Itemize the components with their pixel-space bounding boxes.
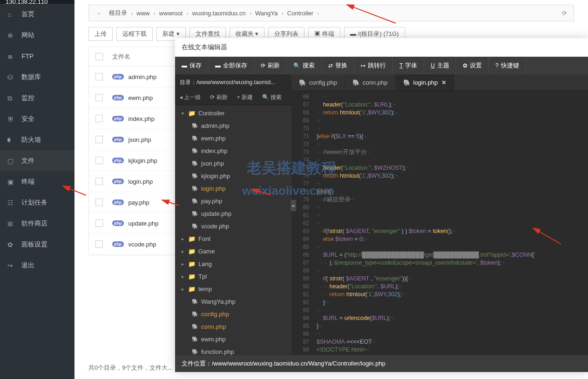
tree-file[interactable]: 🐘conn.php <box>175 320 291 333</box>
breadcrumb-item[interactable]: WangYa <box>252 10 280 17</box>
nav-item-shield[interactable]: ⛨安全 <box>0 108 74 129</box>
editor-shortcuts-button[interactable]: ?快捷键 <box>489 57 526 74</box>
file-checkbox[interactable] <box>95 199 103 206</box>
editor-tab[interactable]: 🐘config.php <box>291 74 345 91</box>
nav-label: 首页 <box>21 10 34 19</box>
tree-file[interactable]: 🐘update.php <box>175 207 291 220</box>
tree-folder[interactable]: ▸📁Font <box>175 233 291 245</box>
tree-folder[interactable]: ▸📁Tpl <box>175 270 291 283</box>
nav-label: 终端 <box>21 178 34 186</box>
tree-file[interactable]: 🐘index.php <box>175 145 291 157</box>
tree-file[interactable]: 🐘function.php <box>175 346 291 355</box>
tree-refresh-button[interactable]: ⟳ 刷新 <box>205 93 232 101</box>
tree-folder[interactable]: ▸📁temp <box>175 283 291 295</box>
editor-settings-button[interactable]: ✿设置 <box>456 57 489 74</box>
home-icon: ⌂ <box>7 11 15 18</box>
nav-item-home[interactable]: ⌂首页 <box>0 4 74 25</box>
file-checkbox[interactable] <box>95 94 103 101</box>
tree-search-button[interactable]: 🔍 搜索 <box>257 93 286 101</box>
file-checkbox[interactable] <box>95 219 103 227</box>
breadcrumb-refresh[interactable]: ⟳ <box>559 10 570 17</box>
editor-refresh-button[interactable]: ⟳刷新 <box>254 57 287 74</box>
file-checkbox[interactable] <box>95 136 103 143</box>
editor-replace-button[interactable]: ⇄替换 <box>322 57 354 74</box>
file-name: login.php <box>128 178 153 185</box>
remote-download-button[interactable]: 远程下载 <box>116 27 153 41</box>
file-checkbox[interactable] <box>95 73 103 80</box>
shield-icon: ⛨ <box>7 115 15 123</box>
select-all-checkbox[interactable] <box>95 53 103 60</box>
breadcrumb-item[interactable]: www <box>134 10 152 17</box>
tree-toolbar: ◂ 上一级 ⟳ 刷新 + 新建 🔍 搜索 <box>175 90 291 105</box>
tree-folder[interactable]: ▾📁Controller <box>175 107 291 120</box>
tree-file[interactable]: 🐘login.php <box>175 182 291 195</box>
tree-folder[interactable]: ▸📁Game <box>175 245 291 258</box>
tree-file[interactable]: 🐘kjlogin.php <box>175 170 291 182</box>
code-viewport[interactable]: 6667686970717273747576777879808182838485… <box>291 91 588 355</box>
php-icon: php <box>112 116 124 121</box>
editor-toolbar: ▬保存 ▬全部保存 ⟳刷新 🔍搜索 ⇄替换 ↦跳转行 T字体 U主题 ✿设置 ?… <box>175 57 588 74</box>
file-checkbox[interactable] <box>95 157 103 164</box>
breadcrumb-item[interactable]: wuxing.taomiduo.cn <box>189 10 249 17</box>
file-checkbox[interactable] <box>95 178 103 185</box>
nav-item-database[interactable]: ⛁数据库 <box>0 66 74 87</box>
file-checkbox[interactable] <box>95 115 103 122</box>
nav-label: FTP <box>21 53 34 60</box>
php-icon: php <box>112 220 124 226</box>
editor-font-button[interactable]: T字体 <box>393 57 424 74</box>
nav-item-monitor[interactable]: ⧉监控 <box>0 87 74 108</box>
file-name: kjlogin.php <box>128 157 157 164</box>
nav-item-terminal[interactable]: ▣终端 <box>0 171 74 192</box>
editor-goto-button[interactable]: ↦跳转行 <box>354 57 393 74</box>
editor-theme-button[interactable]: U主题 <box>424 57 456 74</box>
tree-file[interactable]: 🐘admin.php <box>175 120 291 132</box>
nav-label: 安全 <box>21 115 34 123</box>
tree-file[interactable]: 🐘config.php <box>175 308 291 320</box>
tree-file[interactable]: 🐘WangYa.php <box>175 295 291 308</box>
nav-item-logout[interactable]: ↪退出 <box>0 255 74 276</box>
editor-tab[interactable]: 🐘conn.php <box>345 74 396 91</box>
tree-file[interactable]: 🐘vcode.php <box>175 220 291 233</box>
editor-save-all-button[interactable]: ▬全部保存 <box>209 57 254 74</box>
tree-file[interactable]: 🐘ewm.php <box>175 333 291 346</box>
nav-item-store[interactable]: ⊞软件商店 <box>0 213 74 234</box>
file-name: json.php <box>128 136 151 143</box>
tree-file[interactable]: 🐘json.php <box>175 157 291 170</box>
file-name: ewm.php <box>128 94 153 101</box>
nav-item-globe[interactable]: ⊕网站 <box>0 25 74 46</box>
nav-item-schedule[interactable]: ☷计划任务 <box>0 192 74 213</box>
column-filename[interactable]: 文件名 <box>112 53 130 61</box>
ftp-icon: ≣ <box>7 53 15 60</box>
globe-icon: ⊕ <box>7 32 15 39</box>
text-editor-window: 在线文本编辑器 ▬保存 ▬全部保存 ⟳刷新 🔍搜索 ⇄替换 ↦跳转行 T字体 U… <box>175 38 588 372</box>
tree-file[interactable]: 🐘pay.php <box>175 195 291 207</box>
editor-tab[interactable]: 🐘login.php✕ <box>396 74 455 91</box>
file-name: pay.php <box>128 199 149 206</box>
editor-search-button[interactable]: 🔍搜索 <box>287 57 322 74</box>
schedule-icon: ☷ <box>7 199 15 206</box>
file-checkbox[interactable] <box>95 240 103 248</box>
php-icon: php <box>112 137 124 142</box>
breadcrumb-item[interactable]: Controller <box>284 10 316 17</box>
nav-item-firewall[interactable]: ⧯防火墙 <box>0 129 74 150</box>
editor-save-button[interactable]: ▬保存 <box>175 57 209 74</box>
php-icon: php <box>112 95 124 100</box>
nav-label: 网站 <box>21 31 34 40</box>
tree-file[interactable]: 🐘ewm.php <box>175 132 291 145</box>
breadcrumb: ← 根目录 ›www›wwwroot›wuxing.taomiduo.cn›Wa… <box>88 5 574 21</box>
breadcrumb-item[interactable]: wwwroot <box>156 10 186 17</box>
editor-tabs: 🐘config.php🐘conn.php🐘login.php✕ <box>291 74 588 91</box>
tree-new-button[interactable]: + 新建 <box>232 93 257 101</box>
breadcrumb-back[interactable]: ← <box>93 10 106 17</box>
upload-button[interactable]: 上传 <box>88 27 113 41</box>
tree-up-button[interactable]: ◂ 上一级 <box>175 93 205 101</box>
nav-item-folder[interactable]: ▢文件 <box>0 150 74 171</box>
nav-item-ftp[interactable]: ≣FTP <box>0 46 74 66</box>
server-ip: 130.138.22.110 <box>0 0 74 4</box>
tree-folder[interactable]: ▸📁Lang <box>175 258 291 270</box>
firewall-icon: ⧯ <box>7 136 15 144</box>
nav-item-settings[interactable]: ✿面板设置 <box>0 234 74 255</box>
close-icon[interactable]: ✕ <box>441 79 446 86</box>
collapse-tree-button[interactable]: ‹‹ <box>291 200 296 211</box>
breadcrumb-root[interactable]: 根目录 <box>106 9 130 17</box>
